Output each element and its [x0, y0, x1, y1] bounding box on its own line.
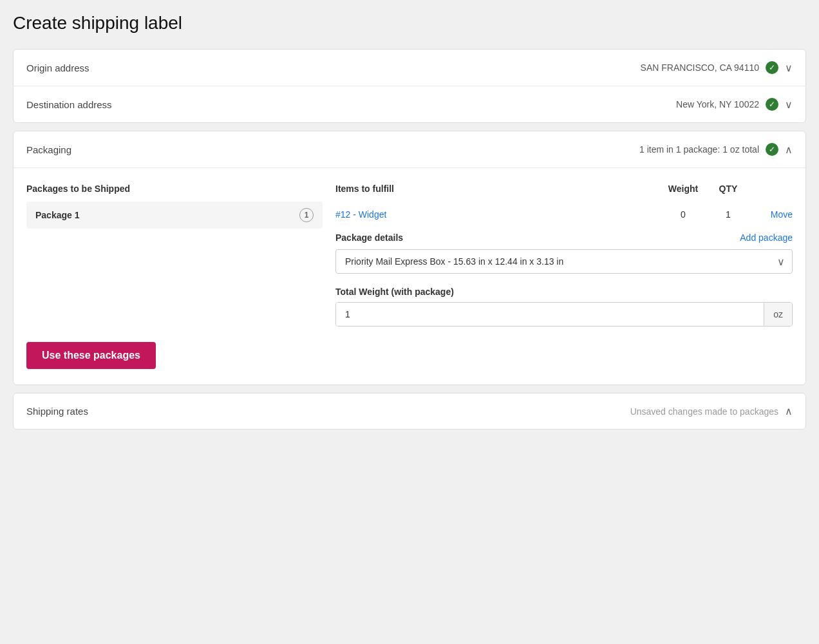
packaging-body: Packages to be Shipped Package 1 1 Items… — [14, 168, 805, 384]
package-type-select-wrapper: Priority Mail Express Box - 15.63 in x 1… — [335, 249, 793, 274]
add-package-link[interactable]: Add package — [740, 232, 793, 243]
destination-address-check-icon: ✓ — [766, 98, 778, 111]
package-1-badge: 1 — [299, 208, 314, 222]
packaging-card: Packaging 1 item in 1 package: 1 oz tota… — [13, 131, 806, 385]
items-header-row: Items to fulfill Weight QTY — [335, 184, 793, 202]
package-1-item[interactable]: Package 1 1 — [26, 202, 323, 229]
page-title: Create shipping label — [13, 13, 806, 33]
packaging-chevron-icon[interactable]: ∧ — [785, 144, 793, 156]
packaging-check-icon: ✓ — [766, 143, 778, 156]
destination-address-value: New York, NY 10022 — [676, 99, 759, 109]
package-type-select[interactable]: Priority Mail Express Box - 15.63 in x 1… — [335, 249, 793, 274]
shipping-rates-header: Shipping rates Unsaved changes made to p… — [14, 393, 805, 429]
package-details-label: Package details — [335, 232, 403, 243]
weight-input-row: oz — [335, 302, 793, 327]
packaging-label: Packaging — [26, 144, 71, 155]
weight-input[interactable] — [336, 303, 764, 326]
weight-unit: oz — [764, 303, 792, 326]
shipping-rates-right: Unsaved changes made to packages ∧ — [630, 405, 793, 417]
item-link[interactable]: #12 - Widget — [335, 209, 657, 220]
origin-address-check-icon: ✓ — [766, 61, 778, 74]
origin-address-value: SAN FRANCISCO, CA 94110 — [641, 62, 759, 73]
use-packages-button[interactable]: Use these packages — [26, 342, 156, 369]
total-weight-label: Total Weight (with package) — [335, 287, 793, 297]
destination-address-row[interactable]: Destination address New York, NY 10022 ✓… — [14, 86, 805, 122]
move-header-placeholder — [748, 184, 793, 194]
origin-address-label: Origin address — [26, 62, 89, 73]
packages-column: Packages to be Shipped Package 1 1 — [26, 184, 323, 327]
packaging-right: 1 item in 1 package: 1 oz total ✓ ∧ — [639, 143, 793, 156]
origin-address-right: SAN FRANCISCO, CA 94110 ✓ ∨ — [641, 61, 793, 74]
destination-address-right: New York, NY 10022 ✓ ∨ — [676, 98, 793, 111]
shipping-rates-status: Unsaved changes made to packages — [630, 406, 778, 417]
destination-address-label: Destination address — [26, 99, 112, 110]
move-link[interactable]: Move — [748, 209, 793, 220]
package-details-header: Package details Add package — [335, 232, 793, 243]
item-qty: 1 — [709, 209, 748, 220]
shipping-rates-label: Shipping rates — [26, 406, 88, 417]
items-fulfill-header: Items to fulfill — [335, 184, 657, 194]
items-column: Items to fulfill Weight QTY #12 - Widget… — [323, 184, 793, 327]
packaging-header: Packaging 1 item in 1 package: 1 oz tota… — [14, 131, 805, 168]
weight-header: Weight — [657, 184, 709, 194]
packages-column-header: Packages to be Shipped — [26, 184, 323, 194]
packages-grid: Packages to be Shipped Package 1 1 Items… — [26, 184, 793, 327]
destination-address-chevron-icon[interactable]: ∨ — [785, 99, 793, 111]
item-weight: 0 — [657, 209, 709, 220]
main-card: Origin address SAN FRANCISCO, CA 94110 ✓… — [13, 49, 806, 123]
origin-address-chevron-icon[interactable]: ∨ — [785, 62, 793, 74]
package-details-section: Package details Add package Priority Mai… — [335, 232, 793, 327]
package-1-label: Package 1 — [35, 210, 80, 220]
qty-header: QTY — [709, 184, 748, 194]
packaging-summary: 1 item in 1 package: 1 oz total — [639, 144, 759, 155]
item-row: #12 - Widget 0 1 Move — [335, 209, 793, 220]
origin-address-row[interactable]: Origin address SAN FRANCISCO, CA 94110 ✓… — [14, 50, 805, 86]
shipping-rates-chevron-icon[interactable]: ∧ — [785, 405, 793, 417]
shipping-rates-card: Shipping rates Unsaved changes made to p… — [13, 393, 806, 430]
